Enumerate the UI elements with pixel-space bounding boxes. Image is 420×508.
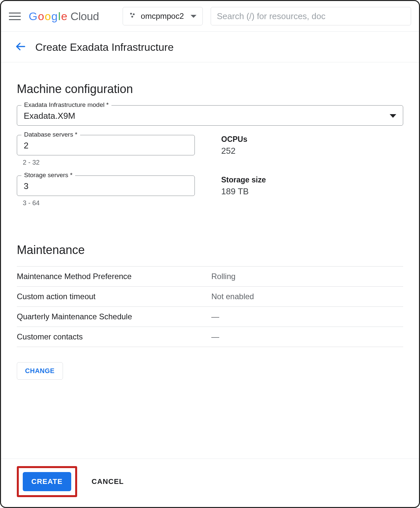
chevron-down-icon bbox=[191, 15, 196, 18]
storage-servers-row: Storage servers * 3 - 64 Storage size 18… bbox=[17, 175, 403, 207]
page-title: Create Exadata Infrastructure bbox=[35, 41, 174, 53]
maintenance-title: Maintenance bbox=[17, 243, 403, 257]
menu-icon[interactable] bbox=[9, 10, 21, 22]
model-field-wrap: Exadata Infrastructure model * Exadata.X… bbox=[17, 105, 403, 126]
table-row: Customer contacts — bbox=[17, 327, 403, 347]
create-button-highlight: CREATE bbox=[17, 466, 77, 497]
maintenance-label: Customer contacts bbox=[17, 332, 211, 341]
model-field-label: Exadata Infrastructure model * bbox=[21, 101, 111, 109]
ocpus-value: 252 bbox=[221, 146, 247, 156]
storage-size-label: Storage size bbox=[221, 175, 266, 184]
create-button[interactable]: CREATE bbox=[23, 472, 71, 491]
storage-servers-label: Storage servers * bbox=[21, 172, 75, 179]
table-row: Custom action timeout Not enabled bbox=[17, 287, 403, 307]
maintenance-label: Custom action timeout bbox=[17, 292, 211, 301]
maintenance-table: Maintenance Method Preference Rolling Cu… bbox=[17, 266, 403, 347]
table-row: Quarterly Maintenance Schedule — bbox=[17, 307, 403, 327]
db-servers-row: Database servers * 2 - 32 OCPUs 252 bbox=[17, 135, 403, 166]
db-servers-field-wrap: Database servers * bbox=[17, 135, 195, 155]
chevron-down-icon bbox=[390, 114, 396, 118]
footer-actions: CREATE CANCEL bbox=[1, 459, 419, 507]
search-input[interactable]: Search (/) for resources, doc bbox=[211, 7, 411, 25]
db-servers-label: Database servers * bbox=[21, 131, 80, 138]
back-arrow-icon[interactable] bbox=[15, 41, 26, 53]
app-header: GoogleCloud omcpmpoc2 Search (/) for res… bbox=[1, 1, 419, 32]
table-row: Maintenance Method Preference Rolling bbox=[17, 267, 403, 287]
project-name: omcpmpoc2 bbox=[141, 12, 184, 21]
storage-size-value: 189 TB bbox=[221, 186, 266, 197]
model-value: Exadata.X9M bbox=[24, 111, 75, 121]
maintenance-value: Rolling bbox=[211, 272, 235, 281]
db-servers-helper: 2 - 32 bbox=[23, 159, 195, 166]
google-cloud-logo: GoogleCloud bbox=[29, 10, 99, 23]
storage-servers-field-wrap: Storage servers * bbox=[17, 175, 195, 196]
maintenance-value: Not enabled bbox=[211, 292, 254, 301]
ocpus-label: OCPUs bbox=[221, 135, 247, 144]
page-titlebar: Create Exadata Infrastructure bbox=[1, 32, 419, 62]
db-servers-input[interactable] bbox=[24, 141, 188, 151]
storage-servers-helper: 3 - 64 bbox=[23, 199, 195, 207]
project-icon bbox=[129, 12, 136, 21]
project-selector[interactable]: omcpmpoc2 bbox=[123, 7, 203, 25]
change-button[interactable]: CHANGE bbox=[17, 362, 63, 380]
maintenance-value: — bbox=[211, 332, 219, 341]
svg-point-2 bbox=[131, 16, 133, 18]
maintenance-value: — bbox=[211, 312, 219, 321]
machine-config-title: Machine configuration bbox=[17, 82, 403, 96]
svg-point-1 bbox=[133, 14, 135, 16]
search-placeholder: Search (/) for resources, doc bbox=[217, 11, 325, 21]
svg-point-0 bbox=[130, 13, 132, 15]
maintenance-label: Maintenance Method Preference bbox=[17, 272, 211, 281]
storage-servers-input[interactable] bbox=[24, 181, 188, 191]
content: Machine configuration Exadata Infrastruc… bbox=[1, 62, 419, 380]
cancel-button[interactable]: CANCEL bbox=[92, 477, 124, 486]
maintenance-label: Quarterly Maintenance Schedule bbox=[17, 312, 211, 321]
